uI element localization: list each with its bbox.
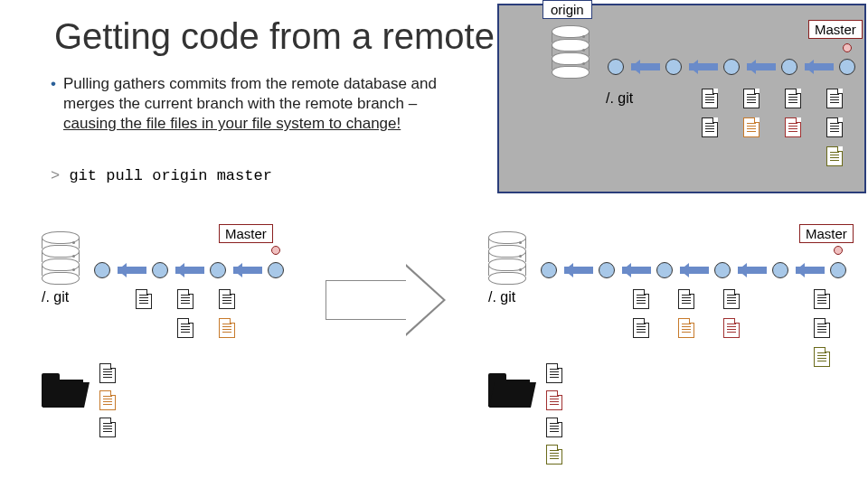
commit-node [608, 59, 624, 75]
git-dir-label: /. git [488, 289, 515, 305]
file-icon [633, 289, 649, 309]
database-icon [42, 231, 80, 285]
file-icon [723, 289, 740, 309]
commit-node [94, 262, 110, 278]
file-icon [678, 289, 694, 309]
file-icon [785, 117, 801, 137]
bullet-emphasis: causing the file files in your file syst… [63, 115, 401, 132]
arrow-icon [747, 63, 776, 70]
arrow-icon [796, 267, 825, 274]
file-icon [177, 289, 193, 309]
git-dir-label: /. git [42, 289, 69, 305]
bullet-text: Pulling gathers commits from the remote … [63, 74, 443, 134]
arrow-icon [805, 63, 834, 70]
master-label: Master [219, 224, 273, 243]
file-icon [814, 347, 830, 367]
file-icon [702, 89, 718, 108]
arrow-icon [738, 267, 767, 274]
origin-label: origin [542, 0, 592, 19]
file-icon [219, 289, 235, 309]
file-icon [743, 89, 760, 108]
commit-node [723, 59, 740, 75]
commit-node [210, 262, 226, 278]
database-icon [488, 231, 526, 285]
arrow-icon [689, 63, 718, 70]
commit-node [772, 262, 788, 278]
arrow-icon [622, 267, 651, 274]
commit-node [665, 59, 682, 75]
file-icon [743, 117, 760, 137]
commit-node [839, 59, 855, 75]
file-icon [826, 146, 843, 166]
file-icon [546, 418, 562, 437]
file-icon [546, 363, 562, 383]
file-icon [99, 418, 116, 437]
transition-arrow-icon [326, 280, 407, 320]
master-label: Master [808, 20, 863, 39]
file-icon [546, 445, 562, 465]
commit-node [714, 262, 731, 278]
file-icon [678, 318, 694, 338]
prompt-char: > [51, 167, 69, 184]
file-icon [177, 318, 193, 338]
file-icon [99, 363, 116, 383]
folder-icon [42, 380, 83, 407]
branch-pointer-icon [843, 43, 852, 52]
file-icon [546, 390, 562, 410]
slide-title: Getting code from a remote [54, 16, 495, 57]
commit-node [268, 262, 284, 278]
file-icon [633, 318, 649, 338]
file-icon [723, 318, 740, 338]
command-text: git pull origin master [69, 167, 271, 184]
git-dir-label: /. git [606, 90, 633, 107]
commit-node [152, 262, 168, 278]
arrow-icon [680, 267, 709, 274]
file-icon [826, 117, 843, 137]
file-icon [814, 289, 830, 309]
commit-node [656, 262, 673, 278]
file-icon [785, 89, 801, 108]
file-icon [702, 117, 718, 137]
master-label: Master [799, 224, 854, 243]
file-icon [826, 89, 843, 108]
branch-pointer-icon [834, 246, 843, 255]
arrow-icon [175, 267, 204, 274]
file-icon [136, 289, 152, 309]
folder-icon [488, 380, 530, 407]
arrow-icon [233, 267, 262, 274]
database-icon [552, 25, 590, 79]
commit-node [830, 262, 846, 278]
arrow-icon [118, 267, 146, 274]
branch-pointer-icon [271, 246, 280, 255]
file-icon [219, 318, 235, 338]
bullet-main: Pulling gathers commits from the remote … [63, 75, 437, 112]
commit-node [541, 262, 557, 278]
commit-node [599, 262, 615, 278]
file-icon [814, 318, 830, 338]
command-line: > git pull origin master [51, 167, 272, 184]
arrow-icon [564, 267, 593, 274]
arrow-icon [631, 63, 660, 70]
file-icon [99, 390, 116, 410]
commit-node [781, 59, 797, 75]
